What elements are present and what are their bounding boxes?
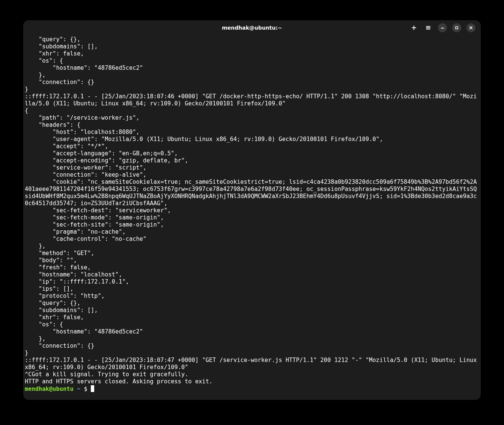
terminal-output: "query": {}, "subdomains": [], "xhr": fa…	[25, 36, 480, 385]
titlebar: mendhak@ubuntu:~	[23, 20, 481, 35]
prompt-path: ~	[77, 386, 80, 392]
cursor	[91, 385, 94, 392]
terminal-content[interactable]: "query": {}, "subdomains": [], "xhr": fa…	[23, 35, 481, 400]
prompt-symbol: $	[80, 386, 91, 392]
window-title: mendhak@ubuntu:~	[23, 25, 481, 31]
prompt-user-host: mendhak@ubuntu	[25, 386, 74, 392]
terminal-window: mendhak@ubuntu:~	[23, 20, 481, 400]
prompt-separator	[74, 386, 77, 392]
